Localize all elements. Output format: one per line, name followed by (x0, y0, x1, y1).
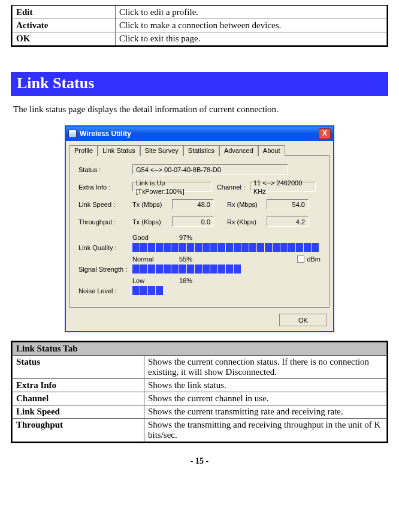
top-actions-table: EditClick to edit a profile.ActivateClic… (11, 5, 388, 47)
bar-segment (234, 243, 241, 252)
bar-segment (156, 243, 163, 252)
bar-segment (288, 243, 295, 252)
table-row: StatusShows the current connection statu… (13, 356, 387, 379)
tab-advanced[interactable]: Advanced (219, 145, 258, 156)
value-rx-kbps: 4.2 (267, 217, 309, 227)
bar-segment (132, 265, 140, 273)
title-bar: Wireless Utility X (66, 127, 333, 141)
section-title-bar: Link Status (11, 72, 388, 96)
bar-segment (156, 286, 163, 295)
row-desc: Shows the current connection status. If … (144, 356, 387, 379)
row-desc: Shows the link status. (144, 379, 387, 392)
bar-segment (187, 243, 194, 252)
bar-segment (202, 243, 210, 252)
row-desc: Shows the current transmitting rate and … (144, 405, 387, 419)
bar-segment (226, 265, 233, 273)
checkbox-icon[interactable] (297, 256, 304, 263)
row-label: Status (13, 356, 144, 379)
label-rx-kbps: Rx (Kbps) (227, 218, 262, 226)
bar-segment (179, 265, 186, 273)
label-extra-info: Extra Info : (78, 184, 128, 191)
table: EditClick to edit a profile.ActivateClic… (12, 5, 387, 46)
label-low: Low (132, 277, 164, 284)
label-dbm: dBm (307, 256, 321, 263)
bar-segment (148, 265, 155, 273)
close-icon[interactable]: X (319, 128, 331, 139)
bar-segment (234, 265, 241, 273)
tab-statistics[interactable]: Statistics (183, 145, 219, 156)
bar-segment (140, 265, 147, 273)
bar-segment (312, 243, 319, 252)
bar-segment (171, 265, 179, 273)
bar-segment (210, 265, 217, 273)
intro-text: The link status page displays the detail… (13, 104, 388, 115)
table-row: EditClick to edit a profile. (13, 6, 387, 19)
value-status: G54 <--> 00-07-40-8B-78-D0 (132, 164, 288, 175)
row-desc: Click to edit a profile. (116, 6, 387, 19)
value-rx-mbps: 54.0 (267, 199, 309, 209)
table-row: ChannelShows the current channel in use. (13, 392, 387, 405)
tab-site-survey[interactable]: Site Survey (140, 145, 183, 156)
value-low-pct: 16% (170, 277, 192, 284)
bar-signal-strength (132, 265, 241, 273)
value-tx-mbps: 48.0 (172, 199, 214, 209)
bar-segment (195, 243, 202, 252)
row-label: Activate (13, 19, 116, 32)
row-label: Channel (13, 392, 144, 405)
label-tx-mbps: Tx (Mbps) (132, 201, 167, 208)
row-desc: Click to make a connection between devic… (116, 19, 387, 32)
label-signal-strength: Signal Strength : (78, 266, 128, 273)
bar-segment (304, 243, 311, 252)
bar-segment (280, 243, 288, 252)
value-tx-kbps: 0.0 (172, 217, 214, 227)
row-label: Edit (13, 6, 116, 19)
table: Link Status Tab StatusShows the current … (12, 342, 387, 442)
wireless-utility-dialog: Wireless Utility X ProfileLink StatusSit… (65, 125, 334, 332)
bar-segment (195, 265, 202, 273)
bar-link-quality (132, 243, 319, 252)
dbm-toggle[interactable]: dBm (297, 256, 321, 263)
label-channel: Channel : (216, 184, 245, 191)
bar-segment (140, 243, 147, 252)
table-row: OKClick to exit this page. (13, 32, 387, 46)
table-header: Link Status Tab (13, 342, 387, 356)
bar-segment (249, 243, 256, 252)
tab-link-status[interactable]: Link Status (98, 145, 140, 156)
value-good-pct: 97% (170, 234, 192, 241)
bar-segment (164, 243, 171, 252)
label-normal: Normal (132, 256, 164, 263)
table-row: Link SpeedShows the current transmitting… (13, 405, 387, 419)
row-label: Extra Info (13, 379, 144, 392)
page-number: - 15 - (11, 456, 388, 466)
row-desc: Shows the transmitting and receiving thr… (144, 419, 387, 442)
window-title: Wireless Utility (80, 130, 131, 138)
bar-segment (156, 265, 163, 273)
tab-profile[interactable]: Profile (69, 145, 98, 156)
label-noise-level: Noise Level : (78, 287, 128, 294)
label-throughput: Throughput : (78, 218, 128, 226)
bar-segment (296, 243, 303, 252)
bar-segment (257, 243, 264, 252)
ok-button[interactable]: OK (279, 314, 327, 326)
label-good: Good (132, 234, 164, 241)
bar-segment (265, 243, 272, 252)
bar-segment (218, 243, 225, 252)
bar-segment (148, 286, 155, 295)
bar-segment (218, 265, 225, 273)
bar-segment (273, 243, 280, 252)
bar-segment (132, 243, 140, 252)
bar-segment (132, 286, 140, 295)
label-tx-kbps: Tx (Kbps) (132, 218, 167, 226)
bar-segment (179, 243, 186, 252)
label-link-speed: Link Speed : (78, 201, 128, 208)
tab-panel-link-status: Status : G54 <--> 00-07-40-8B-78-D0 Extr… (69, 155, 330, 308)
bar-segment (202, 265, 210, 273)
tab-about[interactable]: About (258, 145, 285, 156)
label-rx-mbps: Rx (Mbps) (227, 201, 262, 208)
bar-segment (241, 243, 249, 252)
row-desc: Shows the current channel in use. (144, 392, 387, 405)
bar-segment (164, 265, 171, 273)
label-status: Status : (78, 166, 128, 173)
label-link-quality: Link Quality : (78, 244, 128, 251)
bar-segment (210, 243, 217, 252)
